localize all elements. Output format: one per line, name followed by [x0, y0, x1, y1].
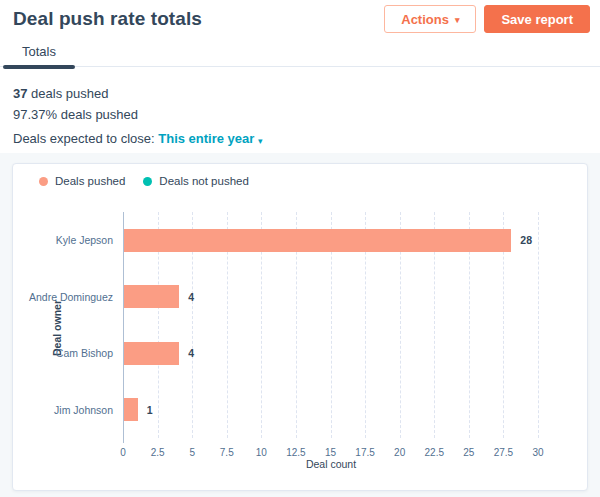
chart-card: Deals pushed Deals not pushed Deal owner… — [12, 163, 588, 491]
chevron-down-icon: ▾ — [258, 136, 263, 146]
x-tick-label: 20 — [394, 447, 405, 458]
bar-kyle-jepson[interactable] — [124, 229, 511, 252]
bar-andre-dominguez[interactable] — [124, 285, 179, 308]
x-tick-label: 15 — [325, 447, 336, 458]
save-report-button-label: Save report — [501, 12, 573, 27]
x-tick-label: 22.5 — [425, 447, 444, 458]
report-screen: Deal push rate totals Actions ▾ Save rep… — [0, 0, 600, 497]
bar-jim-johnson[interactable] — [124, 398, 138, 421]
y-category-label: Jim Johnson — [54, 404, 113, 416]
report-header: Deal push rate totals Actions ▾ Save rep… — [0, 0, 600, 153]
x-tick-label: 27.5 — [494, 447, 513, 458]
x-tick-label: 7.5 — [220, 447, 234, 458]
deals-pushed-count-line: 37 deals pushed — [13, 83, 138, 104]
plot-area: Deal owner Deal count 02.557.51012.51517… — [13, 164, 587, 490]
x-tick-label: 10 — [256, 447, 267, 458]
y-category-label: Cam Bishop — [56, 347, 113, 359]
date-filter-dropdown[interactable]: This entire year ▾ — [158, 131, 262, 146]
x-tick-label: 5 — [189, 447, 195, 458]
actions-button-label: Actions — [401, 12, 449, 27]
page-title: Deal push rate totals — [13, 8, 202, 30]
active-tab-indicator — [3, 65, 75, 69]
bar-value-label: 4 — [188, 291, 194, 303]
stats-block: 37 deals pushed 97.37% deals pushed — [13, 83, 138, 125]
x-tick-label: 12.5 — [286, 447, 305, 458]
bar-value-label: 1 — [147, 404, 153, 416]
x-tick-label: 2.5 — [151, 447, 165, 458]
bar-value-label: 28 — [520, 234, 532, 246]
x-tick-label: 25 — [463, 447, 474, 458]
save-report-button[interactable]: Save report — [484, 5, 590, 33]
tab-bar: Totals — [0, 38, 600, 67]
date-filter-value: This entire year — [158, 131, 254, 146]
date-filter-row: Deals expected to close: This entire yea… — [13, 131, 263, 146]
x-tick-label: 30 — [532, 447, 543, 458]
deals-pushed-count-suffix: deals pushed — [27, 86, 108, 101]
date-filter-label: Deals expected to close: — [13, 131, 158, 146]
x-tick-label: 0 — [120, 447, 126, 458]
gridline — [538, 212, 539, 438]
y-category-label: Kyle Jepson — [56, 234, 113, 246]
bar-value-label: 4 — [188, 347, 194, 359]
x-axis-title: Deal count — [306, 458, 356, 470]
actions-button[interactable]: Actions ▾ — [384, 5, 476, 33]
bar-cam-bishop[interactable] — [124, 342, 179, 365]
deals-pushed-count: 37 — [13, 86, 27, 101]
y-category-label: Andre Dominguez — [29, 291, 113, 303]
chevron-down-icon: ▾ — [455, 16, 460, 25]
x-tick-label: 17.5 — [355, 447, 374, 458]
deals-pushed-percent-line: 97.37% deals pushed — [13, 104, 138, 125]
tab-totals[interactable]: Totals — [22, 44, 56, 59]
